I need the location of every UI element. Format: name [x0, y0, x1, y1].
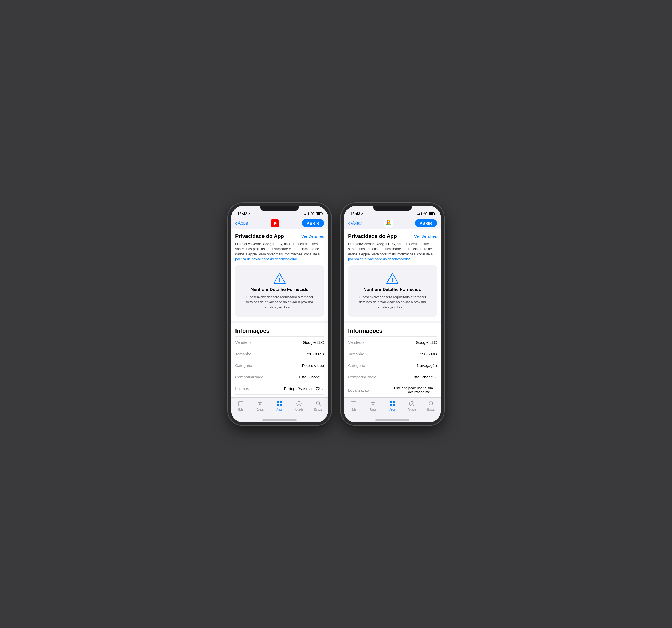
status-icons-1	[304, 212, 322, 216]
info-title-2: Informações	[348, 323, 437, 336]
tab-jogos-1[interactable]: Jogos	[250, 400, 270, 411]
info-label-categoria-1: Categoria	[235, 363, 267, 368]
warning-triangle-icon-2: !	[386, 272, 399, 284]
svg-rect-29	[393, 404, 395, 406]
info-label-categoria-2: Categoria	[348, 363, 380, 368]
home-indicator-1	[231, 419, 328, 422]
tab-jogos-2[interactable]: Jogos	[363, 400, 383, 411]
back-button-1[interactable]: ‹ Apps	[235, 220, 248, 226]
tab-apps-1[interactable]: Apps	[270, 400, 289, 411]
tab-hoje-1[interactable]: Hoje	[231, 400, 250, 411]
privacy-title-row-2: Privacidade do App Ver Detalhes	[348, 233, 437, 239]
chevron-down-icon-2a: ⌄	[434, 375, 437, 379]
svg-rect-6	[239, 404, 241, 404]
info-value-categoria-2: Navegação	[417, 363, 437, 368]
content-area-1[interactable]: Privacidade do App Ver Detalhes O desenv…	[231, 229, 328, 397]
svg-text:!: !	[279, 277, 281, 283]
no-details-card-1: ! Nenhum Detalhe Fornecido O desenvolved…	[235, 265, 324, 317]
info-section-1: Informações Vendedor Google LLC Tamanho …	[231, 323, 328, 397]
svg-rect-5	[239, 403, 242, 403]
location-arrow-1: ↗	[248, 212, 250, 215]
location-arrow-2: ↗	[361, 212, 363, 215]
info-value-vendedor-2: Google LLC	[416, 340, 437, 345]
tab-buscar-1[interactable]: Buscar	[309, 400, 328, 411]
info-row-categoria-2: Categoria Navegação	[348, 359, 437, 371]
warning-triangle-icon-1: !	[273, 272, 286, 284]
info-value-tamanho-2: 190,5 MB	[420, 352, 437, 356]
info-row-idiomas-1[interactable]: Idiomas Português e mais 72 ⌄	[235, 383, 324, 394]
tab-buscar-2[interactable]: Buscar	[422, 400, 441, 411]
home-bar-1	[263, 419, 297, 421]
info-label-tamanho-2: Tamanho	[348, 352, 380, 356]
home-bar-2	[375, 419, 409, 421]
chevron-left-icon-1: ‹	[235, 220, 237, 226]
tab-bar-1: Hoje Jogos	[231, 397, 328, 419]
nav-bar-2: ‹ Voltar ABRIR	[344, 217, 441, 229]
no-details-desc-1: O desenvolvedor será requisitado a forne…	[239, 295, 320, 310]
svg-line-16	[319, 404, 321, 406]
no-details-desc-2: O desenvolvedor será requisitado a forne…	[352, 295, 433, 310]
privacy-link-1[interactable]: Ver Detalhes	[301, 234, 324, 238]
info-label-vendedor-1: Vendedor	[235, 340, 267, 345]
privacy-title-2: Privacidade do App	[348, 233, 397, 239]
tab-hoje-label-1: Hoje	[238, 408, 244, 411]
tab-arcade-label-2: Arcade	[408, 408, 416, 411]
info-label-compatibilidade-1: Compatibilidade	[235, 375, 267, 379]
tab-hoje-2[interactable]: Hoje	[344, 400, 363, 411]
phone-2-screen: 16:43 ↗	[344, 206, 441, 422]
info-row-vendedor-2: Vendedor Google LLC	[348, 336, 437, 348]
tab-hoje-icon-2	[350, 400, 357, 407]
info-row-compatibilidade-2[interactable]: Compatibilidade Este iPhone ⌄	[348, 371, 437, 383]
info-section-2: Informações Vendedor Google LLC Tamanho …	[344, 323, 441, 397]
status-time-2: 16:43 ↗	[350, 211, 363, 216]
info-value-compatibilidade-1: Este iPhone ⌄	[299, 375, 324, 379]
no-details-title-1: Nenhum Detalhe Fornecido	[250, 287, 308, 292]
tab-arcade-2[interactable]: Arcade	[402, 400, 422, 411]
info-value-compatibilidade-2: Este iPhone ⌄	[412, 375, 437, 379]
tab-hoje-label-2: Hoje	[351, 408, 357, 411]
privacy-policy-link-2[interactable]: política de privacidade do desenvolvedor	[348, 257, 410, 261]
phone-1: 16:42 ↗	[229, 203, 331, 425]
tab-hoje-icon-1	[237, 400, 244, 407]
content-area-2[interactable]: Privacidade do App Ver Detalhes O desenv…	[344, 229, 441, 397]
info-row-localizacao-2[interactable]: Localização Este app pode usar a sua loc…	[348, 383, 437, 397]
status-icons-2	[417, 212, 435, 216]
info-label-tamanho-1: Tamanho	[235, 352, 267, 356]
info-label-vendedor-2: Vendedor	[348, 340, 380, 345]
phone-2: 16:43 ↗	[341, 203, 443, 425]
info-row-compatibilidade-1[interactable]: Compatibilidade Este iPhone ⌄	[235, 371, 324, 383]
info-row-idade-1[interactable]: Idade 17+ ⌄	[235, 394, 324, 397]
info-row-vendedor-1: Vendedor Google LLC	[235, 336, 324, 348]
battery-icon-1	[316, 212, 322, 215]
tab-apps-2[interactable]: Apps	[383, 400, 402, 411]
tab-buscar-label-1: Buscar	[314, 408, 322, 411]
tab-jogos-icon-2	[369, 400, 377, 407]
tab-apps-label-1: Apps	[277, 408, 283, 411]
svg-rect-26	[390, 401, 392, 403]
tab-arcade-1[interactable]: Arcade	[289, 400, 309, 411]
svg-rect-28	[390, 404, 392, 406]
info-label-compatibilidade-2: Compatibilidade	[348, 375, 380, 379]
back-label-1: Apps	[238, 220, 248, 226]
privacy-policy-link-1[interactable]: política de privacidade do desenvolvedor	[235, 257, 297, 261]
phone-1-screen: 16:42 ↗	[231, 206, 328, 422]
info-row-categoria-1: Categoria Foto e vídeo	[235, 359, 324, 371]
info-row-tamanho-1: Tamanho 215,8 MB	[235, 348, 324, 359]
youtube-icon	[271, 219, 279, 228]
back-button-2[interactable]: ‹ Voltar	[348, 220, 362, 226]
open-button-1[interactable]: ABRIR	[302, 219, 324, 227]
no-details-title-2: Nenhum Detalhe Fornecido	[363, 287, 421, 292]
tab-buscar-icon-1	[315, 400, 322, 407]
app-icon-youtube	[271, 219, 279, 228]
privacy-title-row-1: Privacidade do App Ver Detalhes	[235, 233, 324, 239]
privacy-title-1: Privacidade do App	[235, 233, 284, 239]
tab-jogos-label-1: Jogos	[257, 408, 264, 411]
privacy-link-2[interactable]: Ver Detalhes	[414, 234, 437, 238]
tab-arcade-label-1: Arcade	[295, 408, 303, 411]
back-label-2: Voltar	[351, 220, 362, 226]
privacy-text-2: O desenvolvedor, Google LLC, não fornece…	[348, 241, 437, 262]
svg-rect-7	[277, 401, 279, 403]
tab-apps-icon-2	[389, 400, 396, 407]
wifi-icon-1	[310, 212, 314, 216]
open-button-2[interactable]: ABRIR	[415, 219, 437, 227]
